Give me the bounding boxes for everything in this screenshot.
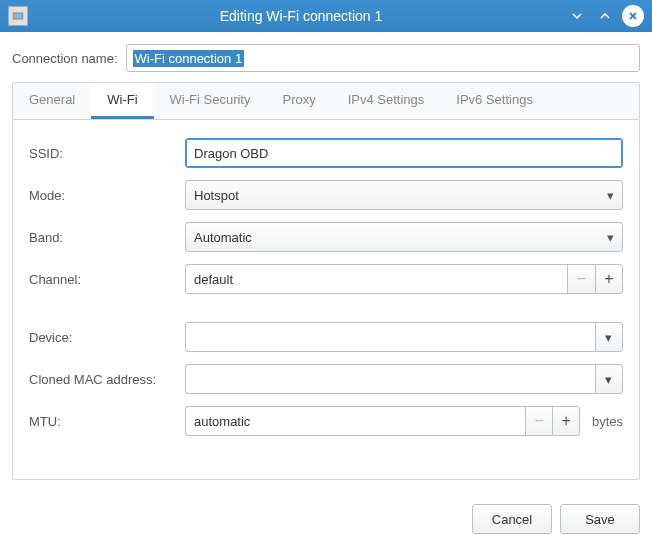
channel-label: Channel:: [29, 272, 177, 287]
channel-decrement-button[interactable]: −: [567, 264, 595, 294]
row-spacer: [29, 306, 623, 322]
mode-row: Mode: Hotspot ▾: [29, 180, 623, 210]
maximize-button[interactable]: [594, 5, 616, 27]
tab-ipv6[interactable]: IPv6 Settings: [440, 83, 549, 119]
svg-rect-1: [14, 13, 23, 18]
mtu-increment-button[interactable]: +: [552, 406, 580, 436]
channel-increment-button[interactable]: +: [595, 264, 623, 294]
device-dropdown-button[interactable]: ▾: [595, 322, 623, 352]
connection-name-input[interactable]: Wi-Fi connection 1: [126, 44, 640, 72]
app-icon: [8, 6, 28, 26]
save-button[interactable]: Save: [560, 504, 640, 534]
cloned-mac-input[interactable]: [185, 364, 595, 394]
device-label: Device:: [29, 330, 177, 345]
minimize-button[interactable]: [566, 5, 588, 27]
tab-bar: General Wi-Fi Wi-Fi Security Proxy IPv4 …: [12, 82, 640, 120]
mtu-spinner: − +: [185, 406, 580, 436]
tab-wifi-security[interactable]: Wi-Fi Security: [154, 83, 267, 119]
band-select[interactable]: Automatic ▾: [185, 222, 623, 252]
chevron-down-icon: ▾: [605, 330, 612, 345]
mode-label: Mode:: [29, 188, 177, 203]
connection-name-row: Connection name: Wi-Fi connection 1: [12, 44, 640, 72]
titlebar: Editing Wi-Fi connection 1: [0, 0, 652, 32]
dialog-footer: Cancel Save: [0, 492, 652, 541]
device-input[interactable]: [185, 322, 595, 352]
device-combobox: ▾: [185, 322, 623, 352]
close-button[interactable]: [622, 5, 644, 27]
mode-select[interactable]: Hotspot ▾: [185, 180, 623, 210]
tab-general[interactable]: General: [13, 83, 91, 119]
chevron-down-icon: ▾: [607, 230, 614, 245]
band-value: Automatic: [194, 230, 252, 245]
ssid-input[interactable]: [185, 138, 623, 168]
ssid-label: SSID:: [29, 146, 177, 161]
tab-content-wifi: SSID: Mode: Hotspot ▾ Band: Automatic ▾ …: [12, 120, 640, 480]
device-row: Device: ▾: [29, 322, 623, 352]
cloned-mac-label: Cloned MAC address:: [29, 372, 177, 387]
window-controls: [566, 5, 644, 27]
channel-row: Channel: − +: [29, 264, 623, 294]
cloned-mac-dropdown-button[interactable]: ▾: [595, 364, 623, 394]
mtu-decrement-button[interactable]: −: [525, 406, 552, 436]
tab-ipv4[interactable]: IPv4 Settings: [332, 83, 441, 119]
window-title: Editing Wi-Fi connection 1: [36, 8, 566, 24]
channel-input[interactable]: [185, 264, 567, 294]
window-body: Connection name: Wi-Fi connection 1 Gene…: [0, 32, 652, 492]
band-label: Band:: [29, 230, 177, 245]
mode-value: Hotspot: [194, 188, 239, 203]
band-row: Band: Automatic ▾: [29, 222, 623, 252]
tab-wifi[interactable]: Wi-Fi: [91, 83, 153, 119]
cancel-button[interactable]: Cancel: [472, 504, 552, 534]
tab-proxy[interactable]: Proxy: [266, 83, 331, 119]
cloned-mac-combobox: ▾: [185, 364, 623, 394]
cloned-mac-row: Cloned MAC address: ▾: [29, 364, 623, 394]
chevron-down-icon: ▾: [605, 372, 612, 387]
connection-name-value: Wi-Fi connection 1: [133, 50, 245, 67]
connection-name-label: Connection name:: [12, 51, 118, 66]
mtu-label: MTU:: [29, 414, 177, 429]
mtu-row: MTU: − + bytes: [29, 406, 623, 436]
channel-spinner: − +: [185, 264, 623, 294]
mtu-input[interactable]: [185, 406, 525, 436]
mtu-unit: bytes: [588, 414, 623, 429]
ssid-row: SSID:: [29, 138, 623, 168]
chevron-down-icon: ▾: [607, 188, 614, 203]
